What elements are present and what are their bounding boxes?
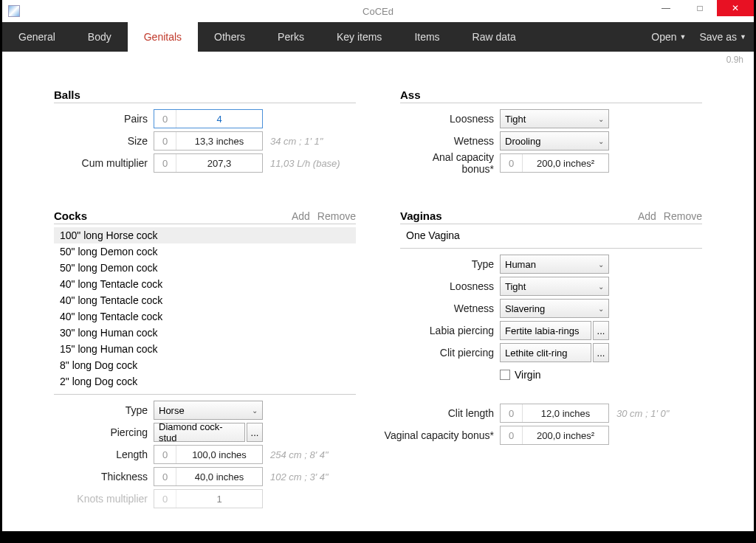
section-ass: Ass xyxy=(400,89,702,103)
tab-others[interactable]: Others xyxy=(198,22,261,52)
chevron-down-icon: ⌄ xyxy=(598,115,604,123)
label-cum: Cum multiplier xyxy=(54,157,154,169)
cocks-add[interactable]: Add xyxy=(292,210,310,222)
cock-type-select[interactable]: Horse⌄ xyxy=(154,401,263,420)
ass-loosness-select[interactable]: Tight⌄ xyxy=(500,109,609,128)
label-vag-loosness: Loosness xyxy=(400,280,500,292)
maximize-button[interactable]: □ xyxy=(683,0,717,16)
list-item[interactable]: 30" long Human cock xyxy=(54,325,356,341)
label-cock-length: Length xyxy=(54,449,154,460)
knots-input: 01 xyxy=(154,489,263,508)
labia-piercing-more[interactable]: ... xyxy=(593,321,609,340)
cocks-list: 100" long Horse cock 50" long Demon cock… xyxy=(54,227,356,390)
chevron-down-icon: ⌄ xyxy=(598,305,604,313)
clit-length-hint: 30 cm ; 1' 0" xyxy=(616,408,669,419)
list-item[interactable]: 15" long Human cock xyxy=(54,341,356,357)
tab-items[interactable]: Items xyxy=(398,22,456,52)
tab-body[interactable]: Body xyxy=(72,22,128,52)
ass-wetness-select[interactable]: Drooling⌄ xyxy=(500,131,609,151)
cock-thickness-input[interactable]: 040,0 inches xyxy=(154,467,263,486)
open-menu[interactable]: Open▼ xyxy=(651,31,686,43)
list-item[interactable]: 100" long Horse cock xyxy=(54,227,356,243)
list-item[interactable]: 40" long Tentacle cock xyxy=(54,292,356,308)
clit-piercing-more[interactable]: ... xyxy=(593,343,609,362)
label-labia-piercing: Labia piercing xyxy=(400,325,500,336)
cock-length-input[interactable]: 0100,0 inches xyxy=(154,445,263,464)
virgin-checkbox[interactable] xyxy=(500,370,510,380)
window-title: CoCEd xyxy=(362,6,394,17)
minimize-button[interactable]: — xyxy=(649,0,683,16)
list-item[interactable]: 40" long Tentacle cock xyxy=(54,276,356,292)
cock-piercing-input[interactable]: Diamond cock-stud xyxy=(154,423,245,442)
vaginas-list: One Vagina xyxy=(400,227,702,243)
size-input[interactable]: 013,3 inches xyxy=(154,131,263,151)
chevron-down-icon: ▼ xyxy=(680,33,687,41)
vag-wetness-select[interactable]: Slavering⌄ xyxy=(500,299,609,318)
label-knots: Knots multiplier xyxy=(54,493,154,505)
label-vag-wetness: Wetness xyxy=(400,302,500,314)
vag-type-select[interactable]: Human⌄ xyxy=(500,255,609,274)
chevron-down-icon: ⌄ xyxy=(598,260,604,269)
vaginas-add[interactable]: Add xyxy=(638,210,656,222)
label-anal-capacity: Anal capacity bonus* xyxy=(400,151,500,175)
version-label: 0.9h xyxy=(726,55,743,65)
saveas-menu[interactable]: Save as▼ xyxy=(699,31,746,43)
label-pairs: Pairs xyxy=(54,113,154,125)
pairs-input[interactable]: 04 xyxy=(154,109,263,128)
chevron-down-icon: ⌄ xyxy=(598,283,604,291)
labia-piercing-input[interactable]: Fertite labia-rings xyxy=(500,321,591,340)
chevron-down-icon: ⌄ xyxy=(252,407,258,415)
label-cock-piercing: Piercing xyxy=(54,426,154,438)
label-ass-loosness: Loosness xyxy=(400,113,500,125)
chevron-down-icon: ⌄ xyxy=(598,137,604,145)
vaginas-remove[interactable]: Remove xyxy=(664,210,702,222)
tab-perks[interactable]: Perks xyxy=(261,22,320,52)
tab-general[interactable]: General xyxy=(2,22,72,52)
label-clit-piercing: Clit piercing xyxy=(400,347,500,359)
list-item[interactable]: One Vagina xyxy=(400,227,702,243)
virgin-label: Virgin xyxy=(515,369,541,381)
tab-raw-data[interactable]: Raw data xyxy=(456,22,532,52)
cock-length-hint: 254 cm ; 8' 4" xyxy=(270,449,329,460)
cum-input[interactable]: 0207,3 xyxy=(154,153,263,173)
list-item[interactable]: 50" long Demon cock xyxy=(54,260,356,276)
cum-hint: 11,03 L/h (base) xyxy=(270,158,340,169)
anal-capacity-input[interactable]: 0200,0 inches² xyxy=(500,153,609,173)
label-clit-length: Clit length xyxy=(400,407,500,419)
section-cocks: Cocks xyxy=(54,210,284,222)
app-window: CoCEd — □ ✕ General Body Genitals Others… xyxy=(2,0,754,531)
cocks-remove[interactable]: Remove xyxy=(317,210,356,222)
tabbar: General Body Genitals Others Perks Key i… xyxy=(2,22,754,52)
list-item[interactable]: 40" long Tentacle cock xyxy=(54,308,356,325)
vag-loosness-select[interactable]: Tight⌄ xyxy=(500,277,609,296)
titlebar: CoCEd — □ ✕ xyxy=(2,0,754,22)
tab-key-items[interactable]: Key items xyxy=(320,22,398,52)
list-item[interactable]: 8" long Dog cock xyxy=(54,357,356,373)
section-vaginas: Vaginas xyxy=(400,210,630,222)
section-balls: Balls xyxy=(54,89,356,103)
label-vag-type: Type xyxy=(400,258,500,270)
tab-genitals[interactable]: Genitals xyxy=(128,22,198,52)
cock-piercing-more[interactable]: ... xyxy=(247,423,263,442)
label-ass-wetness: Wetness xyxy=(400,135,500,147)
list-item[interactable]: 50" long Demon cock xyxy=(54,243,356,260)
size-hint: 34 cm ; 1' 1" xyxy=(270,136,323,147)
label-cock-type: Type xyxy=(54,404,154,416)
cock-thickness-hint: 102 cm ; 3' 4" xyxy=(270,471,329,483)
close-button[interactable]: ✕ xyxy=(717,0,754,16)
label-size: Size xyxy=(54,135,154,147)
label-vag-capacity: Vaginal capacity bonus* xyxy=(382,429,500,441)
clit-piercing-input[interactable]: Lethite clit-ring xyxy=(500,343,591,362)
label-cock-thickness: Thickness xyxy=(54,471,154,483)
clit-length-input[interactable]: 012,0 inches xyxy=(500,404,609,423)
app-icon xyxy=(8,5,20,17)
chevron-down-icon: ▼ xyxy=(740,33,746,41)
list-item[interactable]: 2" long Dog cock xyxy=(54,373,356,390)
vag-capacity-input[interactable]: 0200,0 inches² xyxy=(500,426,609,445)
